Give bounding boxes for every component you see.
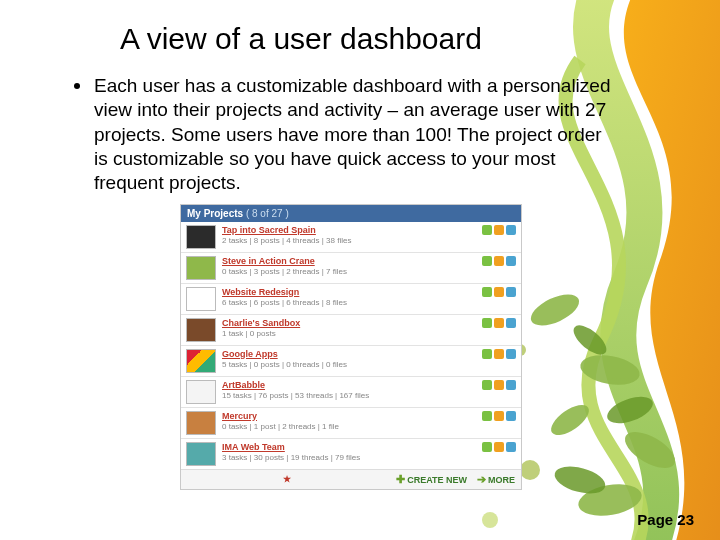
projects-panel-title: My Projects (187, 208, 243, 219)
project-meta: 0 tasks | 3 posts | 2 threads | 7 files (222, 267, 482, 276)
project-name[interactable]: Tap into Sacred Spain (222, 225, 482, 235)
project-thumbnail (186, 380, 216, 404)
project-row[interactable]: Website Redesign6 tasks | 6 posts | 6 th… (181, 283, 521, 314)
projects-panel-header: My Projects ( 8 of 27 ) (181, 205, 521, 222)
project-meta: 0 tasks | 1 post | 2 threads | 1 file (222, 422, 482, 431)
project-action-icons[interactable] (482, 318, 516, 328)
project-name[interactable]: ArtBabble (222, 380, 482, 390)
project-row[interactable]: Google Apps5 tasks | 0 posts | 0 threads… (181, 345, 521, 376)
project-row[interactable]: Tap into Sacred Spain2 tasks | 8 posts |… (181, 222, 521, 252)
action-icon[interactable] (482, 225, 492, 235)
action-icon[interactable] (494, 411, 504, 421)
project-meta: 5 tasks | 0 posts | 0 threads | 0 files (222, 360, 482, 369)
bullet-text: Each user has a customizable dashboard w… (94, 74, 614, 196)
project-row[interactable]: IMA Web Team3 tasks | 30 posts | 19 thre… (181, 438, 521, 469)
action-icon[interactable] (506, 442, 516, 452)
action-icon[interactable] (482, 256, 492, 266)
project-action-icons[interactable] (482, 256, 516, 266)
project-thumbnail (186, 442, 216, 466)
action-icon[interactable] (494, 287, 504, 297)
action-icon[interactable] (494, 318, 504, 328)
project-thumbnail (186, 318, 216, 342)
project-thumbnail (186, 349, 216, 373)
project-action-icons[interactable] (482, 349, 516, 359)
project-meta: 3 tasks | 30 posts | 19 threads | 79 fil… (222, 453, 482, 462)
project-row[interactable]: Steve in Action Crane0 tasks | 3 posts |… (181, 252, 521, 283)
action-icon[interactable] (494, 442, 504, 452)
action-icon[interactable] (482, 349, 492, 359)
create-new-button[interactable]: ✚CREATE NEW (396, 473, 467, 486)
project-thumbnail (186, 256, 216, 280)
project-name[interactable]: Google Apps (222, 349, 482, 359)
action-icon[interactable] (482, 380, 492, 390)
projects-list: Tap into Sacred Spain2 tasks | 8 posts |… (181, 222, 521, 469)
favorite-icon: ★ (283, 474, 291, 484)
bullet-dot-icon (74, 83, 80, 89)
projects-screenshot: My Projects ( 8 of 27 ) Tap into Sacred … (180, 204, 522, 490)
action-icon[interactable] (482, 287, 492, 297)
project-action-icons[interactable] (482, 380, 516, 390)
action-icon[interactable] (506, 225, 516, 235)
project-name[interactable]: Website Redesign (222, 287, 482, 297)
project-name[interactable]: Charlie's Sandbox (222, 318, 482, 328)
project-meta: 1 task | 0 posts (222, 329, 482, 338)
project-action-icons[interactable] (482, 411, 516, 421)
action-icon[interactable] (506, 287, 516, 297)
project-row[interactable]: ArtBabble15 tasks | 76 posts | 53 thread… (181, 376, 521, 407)
project-name[interactable]: IMA Web Team (222, 442, 482, 452)
project-meta: 15 tasks | 76 posts | 53 threads | 167 f… (222, 391, 482, 400)
action-icon[interactable] (506, 380, 516, 390)
action-icon[interactable] (494, 256, 504, 266)
project-row[interactable]: Mercury0 tasks | 1 post | 2 threads | 1 … (181, 407, 521, 438)
project-thumbnail (186, 287, 216, 311)
action-icon[interactable] (482, 442, 492, 452)
action-icon[interactable] (506, 256, 516, 266)
bullet-item: Each user has a customizable dashboard w… (70, 74, 660, 196)
project-meta: 6 tasks | 6 posts | 6 threads | 8 files (222, 298, 482, 307)
project-thumbnail (186, 225, 216, 249)
svg-point-10 (482, 512, 498, 528)
projects-panel-footer: ★ ✚CREATE NEW ➔MORE (181, 469, 521, 489)
action-icon[interactable] (506, 349, 516, 359)
action-icon[interactable] (494, 380, 504, 390)
project-action-icons[interactable] (482, 442, 516, 452)
action-icon[interactable] (494, 225, 504, 235)
project-name[interactable]: Steve in Action Crane (222, 256, 482, 266)
action-icon[interactable] (506, 318, 516, 328)
more-button[interactable]: ➔MORE (477, 473, 515, 486)
action-icon[interactable] (494, 349, 504, 359)
slide-title: A view of a user dashboard (120, 22, 660, 56)
project-action-icons[interactable] (482, 287, 516, 297)
projects-panel-count: ( 8 of 27 ) (246, 208, 289, 219)
action-icon[interactable] (506, 411, 516, 421)
action-icon[interactable] (482, 411, 492, 421)
project-name[interactable]: Mercury (222, 411, 482, 421)
page-number: Page 23 (637, 511, 694, 528)
project-thumbnail (186, 411, 216, 435)
project-action-icons[interactable] (482, 225, 516, 235)
project-row[interactable]: Charlie's Sandbox1 task | 0 posts (181, 314, 521, 345)
action-icon[interactable] (482, 318, 492, 328)
project-meta: 2 tasks | 8 posts | 4 threads | 38 files (222, 236, 482, 245)
